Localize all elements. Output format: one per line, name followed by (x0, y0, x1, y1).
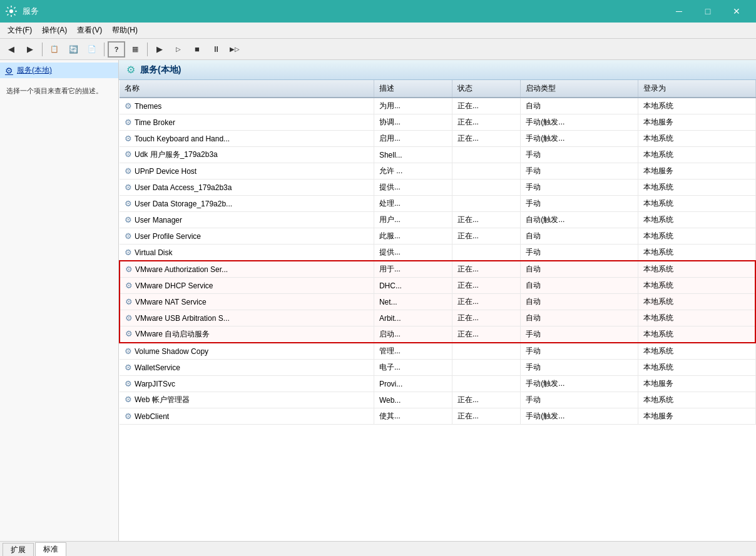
table-row[interactable]: ⚙WebClient 使其... 正在... 手动(触发... 本地服务 (120, 408, 755, 425)
service-startup: 手动 (521, 245, 638, 261)
back-button[interactable]: ◀ (3, 41, 20, 58)
sidebar-description: 选择一个项目来查看它的描述。 (0, 78, 118, 104)
forward-button[interactable]: ▶ (21, 41, 39, 58)
help-button[interactable]: ? (108, 41, 125, 58)
gear-icon: ⚙ (125, 265, 133, 274)
table-row[interactable]: ⚙Udk 用户服务_179a2b3a Shell... 手动 本地系统 (120, 147, 755, 163)
table-row[interactable]: ⚙User Data Access_179a2b3a 提供... 手动 本地系统 (120, 179, 755, 196)
table-row[interactable]: ⚙Web 帐户管理器 Web... 正在... 手动 本地系统 (120, 392, 755, 408)
service-desc: DHC... (374, 278, 452, 294)
export-button[interactable]: 📄 (83, 41, 101, 58)
gear-icon: ⚙ (125, 363, 132, 372)
service-startup: 自动(触发... (521, 212, 638, 228)
service-login: 本地系统 (638, 98, 755, 114)
service-startup: 手动(触发... (521, 114, 638, 131)
menu-action[interactable]: 操作(A) (37, 24, 72, 37)
service-status (452, 196, 520, 212)
gear-icon: ⚙ (125, 166, 132, 176)
col-header-desc[interactable]: 描述 (374, 80, 452, 98)
gear-icon: ⚙ (125, 248, 132, 257)
table-row[interactable]: ⚙Volume Shadow Copy 管理... 手动 本地系统 (120, 343, 755, 360)
menu-view[interactable]: 查看(V) (72, 24, 107, 37)
service-startup: 手动 (521, 392, 638, 408)
service-status (452, 245, 520, 261)
service-startup: 自动 (521, 278, 638, 294)
service-startup: 自动 (521, 98, 638, 114)
service-login: 本地服务 (638, 163, 755, 179)
service-startup: 自动 (521, 294, 638, 310)
toolbar: ◀ ▶ 📋 🔄 📄 ? ▦ ▶ ▷ ■ ⏸ ▶▷ (0, 39, 756, 60)
service-desc: Arbit... (374, 310, 452, 326)
service-name: ⚙Web 帐户管理器 (120, 392, 374, 408)
service-desc: 提供... (374, 179, 452, 196)
table-row[interactable]: ⚙User Manager 用户... 正在... 自动(触发... 本地系统 (120, 212, 755, 228)
service-startup: 手动 (521, 163, 638, 179)
table-row[interactable]: ⚙User Profile Service 此服... 正在... 自动 本地系… (120, 228, 755, 245)
table-container[interactable]: 名称 描述 状态 启动类型 登录为 ⚙Themes 为用... 正在... 自动… (119, 80, 756, 541)
service-status: 正在... (452, 98, 520, 114)
service-startup: 手动 (521, 326, 638, 343)
restart-button[interactable]: ▶▷ (226, 41, 243, 58)
tab-extend[interactable]: 扩展 (3, 543, 34, 556)
service-login: 本地系统 (638, 179, 755, 196)
tab-standard[interactable]: 标准 (35, 542, 66, 556)
col-header-name[interactable]: 名称 (120, 80, 374, 98)
menu-file[interactable]: 文件(F) (3, 24, 37, 37)
table-row[interactable]: ⚙Themes 为用... 正在... 自动 本地系统 (120, 98, 755, 114)
sidebar-gear-icon: ⚙ (5, 66, 13, 76)
service-startup: 自动 (521, 310, 638, 326)
col-header-login[interactable]: 登录为 (638, 80, 755, 98)
service-name: ⚙Time Broker (120, 114, 374, 131)
table-row[interactable]: ⚙VMware USB Arbitration S... Arbit... 正在… (120, 310, 755, 326)
window-controls: ─ □ ✕ (665, 0, 751, 23)
service-login: 本地服务 (638, 376, 755, 392)
table-row[interactable]: ⚙WalletService 电子... 手动 本地系统 (120, 360, 755, 376)
service-name: ⚙WebClient (120, 408, 374, 425)
pause-button[interactable]: ⏸ (207, 41, 225, 58)
gear-icon: ⚙ (125, 297, 133, 306)
play2-button[interactable]: ▷ (170, 41, 187, 58)
close-button[interactable]: ✕ (722, 0, 751, 23)
table-row[interactable]: ⚙VMware 自动启动服务 启动... 正在... 手动 本地系统 (120, 326, 755, 343)
sidebar-item-local[interactable]: ⚙ 服务(本地) (0, 63, 118, 78)
service-desc: 协调... (374, 114, 452, 131)
service-login: 本地系统 (638, 326, 755, 343)
table-row[interactable]: ⚙UPnP Device Host 允许 ... 手动 本地服务 (120, 163, 755, 179)
grid-button[interactable]: ▦ (126, 41, 144, 58)
service-login: 本地系统 (638, 278, 755, 294)
table-row[interactable]: ⚙Touch Keyboard and Hand... 启用... 正在... … (120, 131, 755, 147)
service-name: ⚙VMware 自动启动服务 (120, 326, 374, 343)
service-name: ⚙Touch Keyboard and Hand... (120, 131, 374, 147)
console-button[interactable]: 📋 (46, 41, 63, 58)
sidebar: ⚙ 服务(本地) 选择一个项目来查看它的描述。 (0, 60, 119, 541)
table-row[interactable]: ⚙VMware NAT Service Net... 正在... 自动 本地系统 (120, 294, 755, 310)
title-bar: 服务 ─ □ ✕ (0, 0, 756, 23)
gear-icon: ⚙ (125, 149, 132, 159)
table-row[interactable]: ⚙VMware DHCP Service DHC... 正在... 自动 本地系… (120, 278, 755, 294)
service-startup: 手动 (521, 196, 638, 212)
service-desc: 处理... (374, 196, 452, 212)
col-header-status[interactable]: 状态 (452, 80, 520, 98)
service-startup: 手动(触发... (521, 131, 638, 147)
refresh-button[interactable]: 🔄 (64, 41, 82, 58)
table-row[interactable]: ⚙User Data Storage_179a2b... 处理... 手动 本地… (120, 196, 755, 212)
service-name: ⚙UPnP Device Host (120, 163, 374, 179)
service-name: ⚙Themes (120, 98, 374, 114)
separator-1 (42, 43, 43, 56)
table-row[interactable]: ⚙Time Broker 协调... 正在... 手动(触发... 本地服务 (120, 114, 755, 131)
title-bar-left: 服务 (5, 5, 39, 18)
service-status (452, 147, 520, 163)
gear-icon: ⚙ (125, 199, 132, 208)
col-header-startup[interactable]: 启动类型 (521, 80, 638, 98)
play-button[interactable]: ▶ (151, 41, 168, 58)
bottom-tabs: 扩展 标准 (0, 541, 756, 556)
service-login: 本地系统 (638, 392, 755, 408)
maximize-button[interactable]: □ (693, 0, 722, 23)
table-row[interactable]: ⚙Virtual Disk 提供... 手动 本地系统 (120, 245, 755, 261)
table-row[interactable]: ⚙WarpJITSvc Provi... 手动(触发... 本地服务 (120, 376, 755, 392)
minimize-button[interactable]: ─ (665, 0, 693, 23)
stop-button[interactable]: ■ (188, 41, 206, 58)
gear-icon: ⚙ (125, 412, 132, 421)
menu-help[interactable]: 帮助(H) (107, 24, 143, 37)
table-row[interactable]: ⚙VMware Authorization Ser... 用于... 正在...… (120, 261, 755, 278)
